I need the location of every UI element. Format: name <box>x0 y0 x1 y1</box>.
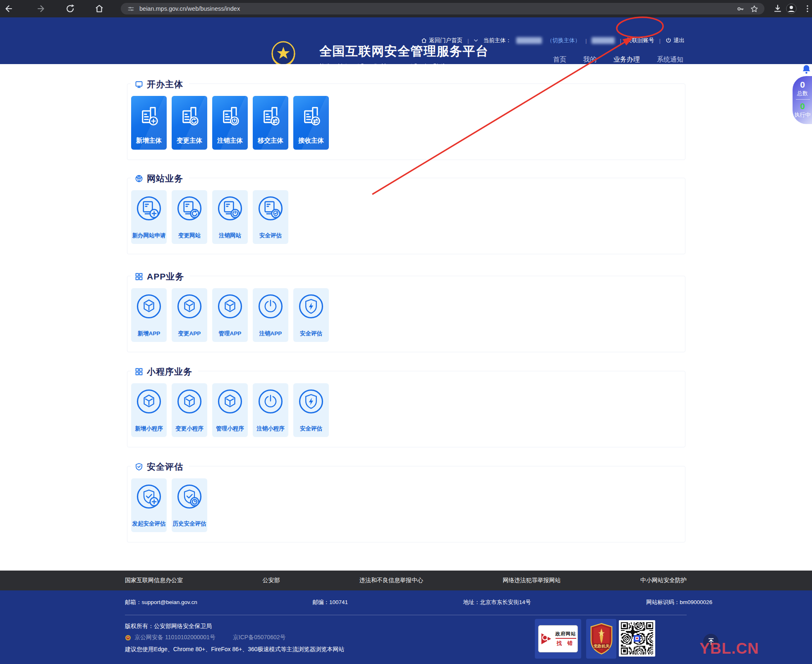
badge-line2: 找 错 <box>556 640 576 647</box>
power-circle-icon <box>253 294 288 319</box>
service-card[interactable]: 管理APP <box>212 288 248 342</box>
building-receive-icon <box>293 105 329 129</box>
page-title: 全国互联网安全管理服务平台 <box>319 43 489 60</box>
service-card[interactable]: 变更主体 <box>172 96 207 150</box>
footer: 邮箱：support@beian.gov.cn邮编：100741地址：北京市东长… <box>0 590 812 664</box>
service-card[interactable]: 发起安全评估 <box>131 478 167 532</box>
footer-link[interactable]: 中小网站安全防护 <box>640 577 687 584</box>
divider: | <box>467 38 469 44</box>
power-icon <box>666 38 671 43</box>
divider <box>125 615 687 615</box>
app-cube-icon <box>172 294 207 319</box>
website-shield-icon <box>253 196 288 221</box>
divider <box>796 99 810 100</box>
site-header: 全国互联网安全管理服务平台 National Internet Security… <box>0 17 812 64</box>
menu-kebab-icon[interactable] <box>802 4 812 14</box>
task-status-widget[interactable]: 0 总数 0 执行中 <box>793 76 812 124</box>
service-card-label: 管理小程序 <box>212 425 248 432</box>
grid-icon <box>135 368 143 376</box>
section-title: 安全评估 <box>147 461 183 473</box>
service-card[interactable]: 历史安全评估 <box>172 478 207 532</box>
service-card-label: 安全评估 <box>253 232 288 239</box>
section-legend: 开办主体 <box>131 79 189 90</box>
service-card[interactable]: 新增小程序 <box>131 383 167 437</box>
total-count: 0 <box>793 80 812 90</box>
service-card[interactable]: 注销网站 <box>212 190 248 244</box>
password-key-icon[interactable] <box>736 5 745 13</box>
service-card[interactable]: 安全评估 <box>253 190 288 244</box>
url-bar[interactable]: beian.mps.gov.cn/web/business/index <box>121 3 764 14</box>
main-content: 开办主体新增主体变更主体注销主体移交主体接收主体网站业务新办网站申请变更网站注销… <box>0 64 812 571</box>
copyright-text: 版权所有：公安部网络安全保卫局 <box>125 623 212 630</box>
building-plus-icon <box>131 105 167 129</box>
service-card[interactable]: 注销小程序 <box>253 383 288 437</box>
home-icon[interactable] <box>94 4 104 14</box>
service-card[interactable]: 安全评估 <box>293 383 329 437</box>
service-card-label: 变更小程序 <box>172 425 207 432</box>
service-card[interactable]: 移交主体 <box>253 96 288 150</box>
profile-avatar[interactable] <box>786 3 796 13</box>
section-安全评估: 安全评估发起安全评估历史安全评估 <box>127 466 685 542</box>
section-小程序业务: 小程序业务新增小程序变更小程序管理小程序注销小程序安全评估 <box>127 371 685 447</box>
back-icon[interactable] <box>3 4 13 14</box>
header-top-links: 返回门户首页 | 当前主体： （切换主体） | | 关联旧账号 | 退出 <box>421 37 685 44</box>
service-card[interactable]: 注销APP <box>253 288 288 342</box>
divider <box>556 638 576 639</box>
section-APP业务: APP业务新增APP变更APP管理APP注销APP安全评估 <box>127 276 685 352</box>
browser-tip-text: 建议您使用Edge、Chrome 80+、FireFox 86+、360极速模式… <box>125 646 345 653</box>
service-card[interactable]: 变更APP <box>172 288 207 342</box>
footer-link[interactable]: 网络违法犯罪举报网站 <box>503 577 561 584</box>
switch-subject-link[interactable]: （切换主体） <box>547 37 580 44</box>
footer-links-bar: 国家互联网信息办公室公安部违法和不良信息举报中心网络违法犯罪举报网站中小网站安全… <box>0 571 812 590</box>
service-card[interactable]: 变更网站 <box>172 190 207 244</box>
divider: | <box>585 38 587 44</box>
service-card[interactable]: 新办网站申请 <box>131 190 167 244</box>
service-card-label: 发起安全评估 <box>131 520 167 528</box>
service-card[interactable]: 新增主体 <box>131 96 167 150</box>
site-info-icon[interactable] <box>127 5 134 12</box>
section-legend: 安全评估 <box>131 461 189 473</box>
contact-item: 邮箱：support@beian.gov.cn <box>125 599 197 606</box>
notification-bell-icon[interactable] <box>801 64 812 74</box>
service-card[interactable]: 注销主体 <box>212 96 248 150</box>
party-gov-badge[interactable]: 党政机关 <box>586 619 616 659</box>
footer-link[interactable]: 违法和不良信息举报中心 <box>359 577 423 584</box>
footer-link[interactable]: 公安部 <box>263 577 280 584</box>
footer-link[interactable]: 国家互联网信息办公室 <box>125 577 183 584</box>
service-card-label: 管理APP <box>212 330 248 337</box>
service-card-label: 注销网站 <box>212 232 248 239</box>
home-icon <box>421 38 427 43</box>
beian-gongan-link[interactable]: 京公网安备 11010102000001号 <box>134 634 216 641</box>
redacted-account-name <box>592 37 615 44</box>
download-icon[interactable] <box>773 4 783 14</box>
party-shield-icon: 党政机关 <box>589 623 613 655</box>
forward-icon[interactable] <box>36 4 46 14</box>
service-card[interactable]: 变更小程序 <box>172 383 207 437</box>
section-title: APP业务 <box>147 271 184 282</box>
portal-home-link[interactable]: 返回门户首页 <box>421 37 462 44</box>
url-text[interactable]: beian.mps.gov.cn/web/business/index <box>139 5 736 12</box>
app-cube-icon <box>172 389 207 414</box>
app-cube-icon <box>131 294 167 319</box>
service-card[interactable]: 管理小程序 <box>212 383 248 437</box>
logout-button[interactable]: 退出 <box>666 37 685 44</box>
gov-site-find-error-badge[interactable]: 政府网站 找 错 <box>535 619 581 659</box>
section-title: 小程序业务 <box>147 366 192 377</box>
contact-item: 邮编：100741 <box>313 599 348 606</box>
total-label: 总数 <box>793 90 812 97</box>
building-power-icon <box>212 105 248 129</box>
qr-code[interactable] <box>619 620 655 657</box>
reload-icon[interactable] <box>65 4 75 14</box>
link-old-account[interactable]: 关联旧账号 <box>626 37 654 44</box>
chevron-down-icon[interactable] <box>474 39 478 42</box>
bookmark-star-icon[interactable] <box>750 5 759 13</box>
service-card-label: 新办网站申请 <box>131 232 167 239</box>
service-card[interactable]: 新增APP <box>131 288 167 342</box>
service-card[interactable]: 接收主体 <box>293 96 329 150</box>
service-card[interactable]: 安全评估 <box>293 288 329 342</box>
website-refresh-icon <box>172 196 207 221</box>
beian-icp-link[interactable]: 京ICP备05070602号 <box>233 634 286 641</box>
divider: | <box>620 38 621 44</box>
section-legend: 网站业务 <box>131 173 189 184</box>
service-card-label: 注销APP <box>253 330 288 337</box>
